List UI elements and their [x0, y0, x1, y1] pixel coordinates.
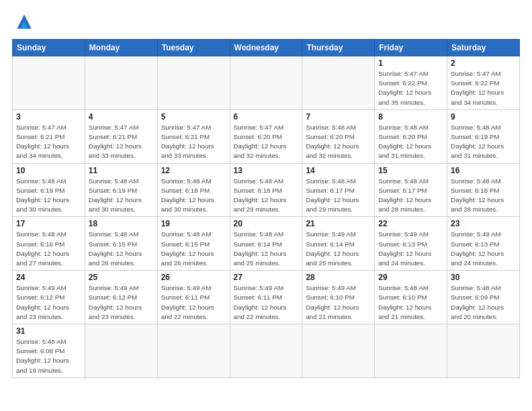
- day-cell: 23Sunrise: 5:49 AM Sunset: 6:13 PM Dayli…: [447, 217, 520, 271]
- day-cell: 14Sunrise: 5:48 AM Sunset: 6:17 PM Dayli…: [302, 163, 375, 217]
- weekday-header-friday: Friday: [375, 40, 447, 56]
- day-number: 22: [378, 219, 443, 228]
- weekday-header-row: SundayMondayTuesdayWednesdayThursdayFrid…: [13, 40, 520, 56]
- week-row-4: 17Sunrise: 5:48 AM Sunset: 6:16 PM Dayli…: [13, 217, 520, 271]
- day-cell: 18Sunrise: 5:48 AM Sunset: 6:15 PM Dayli…: [85, 217, 157, 271]
- day-cell: 30Sunrise: 5:48 AM Sunset: 6:09 PM Dayli…: [447, 271, 520, 324]
- day-cell: 11Sunrise: 5:48 AM Sunset: 6:19 PM Dayli…: [85, 163, 157, 217]
- day-cell: 8Sunrise: 5:48 AM Sunset: 6:20 PM Daylig…: [375, 109, 447, 163]
- generalblue-logo-icon: [12, 12, 36, 32]
- day-number: 30: [451, 273, 516, 282]
- day-cell: 29Sunrise: 5:48 AM Sunset: 6:10 PM Dayli…: [375, 271, 447, 324]
- day-number: 16: [451, 166, 516, 175]
- day-info: Sunrise: 5:47 AM Sunset: 6:21 PM Dayligh…: [161, 123, 226, 161]
- day-number: 4: [89, 112, 154, 122]
- day-cell: 28Sunrise: 5:49 AM Sunset: 6:10 PM Dayli…: [302, 271, 375, 324]
- day-info: Sunrise: 5:49 AM Sunset: 6:11 PM Dayligh…: [234, 283, 299, 322]
- day-cell: 22Sunrise: 5:49 AM Sunset: 6:13 PM Dayli…: [375, 217, 447, 271]
- day-info: Sunrise: 5:48 AM Sunset: 6:17 PM Dayligh…: [306, 177, 371, 215]
- day-cell: 24Sunrise: 5:49 AM Sunset: 6:12 PM Dayli…: [13, 271, 85, 324]
- day-number: 23: [451, 219, 516, 228]
- day-info: Sunrise: 5:47 AM Sunset: 6:20 PM Dayligh…: [234, 123, 299, 161]
- logo: [12, 12, 39, 32]
- week-row-6: 31Sunrise: 5:48 AM Sunset: 6:08 PM Dayli…: [13, 324, 520, 378]
- day-cell: 15Sunrise: 5:48 AM Sunset: 6:17 PM Dayli…: [375, 163, 447, 217]
- day-number: 31: [16, 326, 81, 336]
- day-info: Sunrise: 5:48 AM Sunset: 6:19 PM Dayligh…: [451, 123, 516, 161]
- day-info: Sunrise: 5:48 AM Sunset: 6:20 PM Dayligh…: [306, 123, 371, 161]
- day-cell: 3Sunrise: 5:47 AM Sunset: 6:21 PM Daylig…: [13, 109, 85, 163]
- day-number: 5: [161, 112, 226, 122]
- day-number: 28: [306, 273, 371, 282]
- day-info: Sunrise: 5:48 AM Sunset: 6:09 PM Dayligh…: [451, 283, 516, 322]
- day-info: Sunrise: 5:49 AM Sunset: 6:13 PM Dayligh…: [378, 230, 443, 268]
- day-number: 27: [234, 273, 299, 282]
- weekday-header-sunday: Sunday: [13, 40, 85, 56]
- day-number: 15: [378, 166, 443, 175]
- day-info: Sunrise: 5:48 AM Sunset: 6:19 PM Dayligh…: [89, 177, 154, 215]
- day-number: 6: [234, 112, 299, 122]
- day-info: Sunrise: 5:48 AM Sunset: 6:17 PM Dayligh…: [378, 177, 443, 215]
- day-number: 7: [306, 112, 371, 122]
- day-cell: 19Sunrise: 5:48 AM Sunset: 6:15 PM Dayli…: [157, 217, 230, 271]
- day-cell: [85, 56, 157, 110]
- day-cell: [157, 324, 230, 378]
- day-cell: [230, 56, 302, 110]
- day-number: 8: [378, 112, 443, 122]
- header: [12, 12, 520, 32]
- day-number: 10: [16, 166, 81, 175]
- day-info: Sunrise: 5:47 AM Sunset: 6:22 PM Dayligh…: [451, 69, 516, 107]
- day-info: Sunrise: 5:49 AM Sunset: 6:12 PM Dayligh…: [16, 283, 81, 322]
- day-cell: 20Sunrise: 5:48 AM Sunset: 6:14 PM Dayli…: [230, 217, 302, 271]
- week-row-1: 1Sunrise: 5:47 AM Sunset: 6:22 PM Daylig…: [13, 56, 520, 110]
- day-cell: 25Sunrise: 5:49 AM Sunset: 6:12 PM Dayli…: [85, 271, 157, 324]
- day-info: Sunrise: 5:47 AM Sunset: 6:21 PM Dayligh…: [16, 123, 81, 161]
- day-info: Sunrise: 5:49 AM Sunset: 6:13 PM Dayligh…: [451, 230, 516, 268]
- day-info: Sunrise: 5:48 AM Sunset: 6:16 PM Dayligh…: [451, 177, 516, 215]
- day-cell: 27Sunrise: 5:49 AM Sunset: 6:11 PM Dayli…: [230, 271, 302, 324]
- day-cell: 9Sunrise: 5:48 AM Sunset: 6:19 PM Daylig…: [447, 109, 520, 163]
- week-row-2: 3Sunrise: 5:47 AM Sunset: 6:21 PM Daylig…: [13, 109, 520, 163]
- day-info: Sunrise: 5:49 AM Sunset: 6:14 PM Dayligh…: [306, 230, 371, 268]
- day-cell: 5Sunrise: 5:47 AM Sunset: 6:21 PM Daylig…: [157, 109, 230, 163]
- day-number: 29: [378, 273, 443, 282]
- day-info: Sunrise: 5:48 AM Sunset: 6:15 PM Dayligh…: [161, 230, 226, 268]
- day-info: Sunrise: 5:48 AM Sunset: 6:14 PM Dayligh…: [234, 230, 299, 268]
- page: SundayMondayTuesdayWednesdayThursdayFrid…: [0, 0, 532, 385]
- day-number: 14: [306, 166, 371, 175]
- day-cell: 1Sunrise: 5:47 AM Sunset: 6:22 PM Daylig…: [375, 56, 447, 110]
- day-cell: 4Sunrise: 5:47 AM Sunset: 6:21 PM Daylig…: [85, 109, 157, 163]
- day-cell: 31Sunrise: 5:48 AM Sunset: 6:08 PM Dayli…: [13, 324, 85, 378]
- day-info: Sunrise: 5:48 AM Sunset: 6:18 PM Dayligh…: [161, 177, 226, 215]
- day-info: Sunrise: 5:48 AM Sunset: 6:18 PM Dayligh…: [234, 177, 299, 215]
- day-cell: 17Sunrise: 5:48 AM Sunset: 6:16 PM Dayli…: [13, 217, 85, 271]
- day-number: 11: [89, 166, 154, 175]
- day-info: Sunrise: 5:49 AM Sunset: 6:12 PM Dayligh…: [89, 283, 154, 322]
- day-cell: [375, 324, 447, 378]
- day-cell: 2Sunrise: 5:47 AM Sunset: 6:22 PM Daylig…: [447, 56, 520, 110]
- day-number: 25: [89, 273, 154, 282]
- day-cell: 26Sunrise: 5:49 AM Sunset: 6:11 PM Dayli…: [157, 271, 230, 324]
- day-info: Sunrise: 5:47 AM Sunset: 6:21 PM Dayligh…: [89, 123, 154, 161]
- day-number: 12: [161, 166, 226, 175]
- weekday-header-saturday: Saturday: [447, 40, 520, 56]
- day-number: 26: [161, 273, 226, 282]
- day-cell: [447, 324, 520, 378]
- day-cell: [85, 324, 157, 378]
- weekday-header-tuesday: Tuesday: [157, 40, 230, 56]
- day-cell: [302, 56, 375, 110]
- day-cell: [13, 56, 85, 110]
- day-cell: [302, 324, 375, 378]
- day-number: 2: [451, 58, 516, 68]
- day-number: 13: [234, 166, 299, 175]
- day-cell: [157, 56, 230, 110]
- day-cell: 12Sunrise: 5:48 AM Sunset: 6:18 PM Dayli…: [157, 163, 230, 217]
- day-cell: 10Sunrise: 5:48 AM Sunset: 6:19 PM Dayli…: [13, 163, 85, 217]
- day-info: Sunrise: 5:48 AM Sunset: 6:16 PM Dayligh…: [16, 230, 81, 268]
- day-cell: 16Sunrise: 5:48 AM Sunset: 6:16 PM Dayli…: [447, 163, 520, 217]
- day-cell: 6Sunrise: 5:47 AM Sunset: 6:20 PM Daylig…: [230, 109, 302, 163]
- day-info: Sunrise: 5:48 AM Sunset: 6:10 PM Dayligh…: [378, 283, 443, 322]
- weekday-header-wednesday: Wednesday: [230, 40, 302, 56]
- day-number: 24: [16, 273, 81, 282]
- day-cell: 13Sunrise: 5:48 AM Sunset: 6:18 PM Dayli…: [230, 163, 302, 217]
